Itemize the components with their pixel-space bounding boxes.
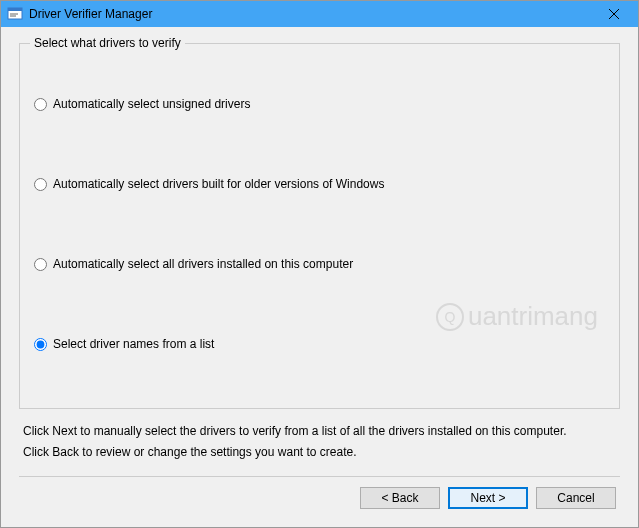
close-button[interactable] — [594, 3, 634, 25]
radio-label: Select driver names from a list — [53, 337, 214, 351]
window-title: Driver Verifier Manager — [29, 7, 594, 21]
group-legend: Select what drivers to verify — [30, 36, 185, 50]
radio-input[interactable] — [34, 98, 47, 111]
next-button[interactable]: Next > — [448, 487, 528, 509]
radio-input[interactable] — [34, 338, 47, 351]
radio-group: Automatically select unsigned drivers Au… — [34, 54, 605, 394]
cancel-button[interactable]: Cancel — [536, 487, 616, 509]
radio-option-unsigned[interactable]: Automatically select unsigned drivers — [34, 97, 605, 111]
separator — [19, 476, 620, 477]
app-icon — [7, 6, 23, 22]
client-area: Select what drivers to verify Automatica… — [1, 27, 638, 527]
titlebar: Driver Verifier Manager — [1, 1, 638, 27]
radio-input[interactable] — [34, 258, 47, 271]
radio-label: Automatically select all drivers install… — [53, 257, 353, 271]
radio-label: Automatically select unsigned drivers — [53, 97, 250, 111]
radio-label: Automatically select drivers built for o… — [53, 177, 384, 191]
button-row: < Back Next > Cancel — [19, 487, 620, 517]
help-line-2: Click Back to review or change the setti… — [23, 442, 616, 462]
help-line-1: Click Next to manually select the driver… — [23, 421, 616, 441]
help-text: Click Next to manually select the driver… — [23, 421, 616, 462]
svg-rect-1 — [8, 8, 22, 11]
radio-option-older-windows[interactable]: Automatically select drivers built for o… — [34, 177, 605, 191]
driver-selection-group: Select what drivers to verify Automatica… — [19, 43, 620, 409]
radio-option-all-drivers[interactable]: Automatically select all drivers install… — [34, 257, 605, 271]
back-button[interactable]: < Back — [360, 487, 440, 509]
window: Driver Verifier Manager Select what driv… — [0, 0, 639, 528]
radio-option-from-list[interactable]: Select driver names from a list — [34, 337, 605, 351]
radio-input[interactable] — [34, 178, 47, 191]
